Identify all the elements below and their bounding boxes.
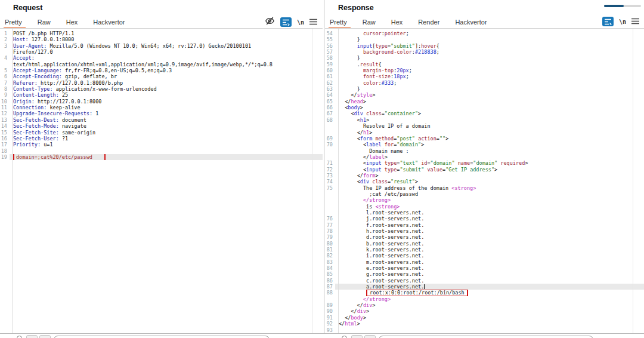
line-number: 90 bbox=[325, 308, 335, 314]
code-line: l.root-servers.net. bbox=[325, 210, 644, 216]
code-line: 57 background-color:#218838; bbox=[325, 49, 644, 55]
line-number: 17 bbox=[0, 142, 10, 148]
request-scrollbar-track[interactable] bbox=[312, 29, 312, 333]
line-number bbox=[325, 296, 335, 302]
code-line: 64 </style> bbox=[325, 92, 644, 98]
eye-off-icon[interactable] bbox=[265, 16, 275, 28]
line-number: 2 bbox=[0, 36, 10, 42]
response-tab-raw[interactable]: Raw bbox=[363, 17, 376, 27]
code-line: 5Accept-Language: fr,fr-FR;q=0.8,en-US;q… bbox=[0, 67, 323, 73]
line-number: 13 bbox=[0, 117, 10, 123]
search-prev-button[interactable] bbox=[351, 335, 363, 338]
request-tab-pretty[interactable]: Pretty bbox=[5, 17, 22, 27]
newline-icon[interactable]: \n bbox=[619, 19, 626, 25]
code-line: 1POST /b.php HTTP/1.1 bbox=[0, 30, 323, 36]
response-editor[interactable]: 54 cursor:pointer;55 }56 input[type="sub… bbox=[325, 30, 644, 333]
search-icon[interactable] bbox=[342, 336, 347, 338]
search-prev-button[interactable] bbox=[26, 335, 38, 338]
response-search-input[interactable] bbox=[379, 336, 593, 338]
response-tab-hex[interactable]: Hex bbox=[391, 17, 403, 27]
code-line: 89 </div> bbox=[325, 302, 644, 308]
response-tab-render[interactable]: Render bbox=[418, 17, 439, 27]
code-line: 72 <input type="submit" value="Get IP ad… bbox=[325, 167, 644, 173]
request-tab-raw[interactable]: Raw bbox=[38, 17, 51, 27]
code-line: text/html,application/xhtml+xml,applicat… bbox=[0, 62, 323, 67]
search-next-button[interactable] bbox=[364, 335, 376, 338]
line-number: 10 bbox=[0, 99, 10, 105]
newline-icon[interactable]: \n bbox=[297, 19, 304, 26]
search-next-button[interactable] bbox=[39, 335, 51, 338]
line-number: 3 bbox=[0, 43, 10, 49]
pretty-print-icon[interactable] bbox=[602, 17, 614, 26]
line-number: 80 bbox=[325, 241, 335, 247]
code-line: 16Sec-Fetch-User: ?1 bbox=[0, 136, 323, 142]
line-number: 69 bbox=[325, 136, 335, 142]
pretty-print-icon[interactable] bbox=[280, 17, 292, 27]
line-number bbox=[325, 204, 335, 210]
line-number: 93 bbox=[325, 327, 335, 333]
response-tab-pretty[interactable]: Pretty bbox=[330, 17, 347, 27]
line-number: 58 bbox=[325, 55, 335, 61]
response-tabbar-divider bbox=[325, 28, 644, 29]
code-line: 93 bbox=[325, 327, 644, 333]
code-line: 13Sec-Fetch-Dest: document bbox=[0, 117, 323, 123]
code-line: 62 color:#333; bbox=[325, 80, 644, 86]
line-number: 15 bbox=[0, 130, 10, 136]
code-line: 82 i.root-servers.net. bbox=[325, 253, 644, 259]
response-tab-hackvertor[interactable]: Hackvertor bbox=[455, 17, 487, 27]
line-number: 54 bbox=[325, 30, 335, 36]
code-line: 85 g.root-servers.net. bbox=[325, 271, 644, 277]
line-number: 16 bbox=[0, 136, 10, 142]
code-line: 54 cursor:pointer; bbox=[325, 30, 644, 36]
line-number: 64 bbox=[325, 92, 335, 98]
code-line: 67 <div class="container"> bbox=[325, 110, 644, 116]
request-tabbar-divider bbox=[0, 28, 323, 29]
line-number: 82 bbox=[325, 253, 335, 259]
request-toolbar-icons: \n bbox=[265, 16, 317, 28]
code-line: 4Accept: bbox=[0, 55, 323, 61]
code-line: 19domain=;cat%20/etc/passwd bbox=[0, 154, 323, 160]
line-number: 57 bbox=[325, 49, 335, 55]
line-number: 92 bbox=[325, 321, 335, 327]
search-icon[interactable] bbox=[17, 336, 22, 338]
code-line: 58 } bbox=[325, 55, 644, 61]
line-number: 6 bbox=[0, 73, 10, 79]
code-line: 81 k.root-servers.net. bbox=[325, 247, 644, 253]
request-tab-hex[interactable]: Hex bbox=[66, 17, 78, 27]
code-line: 83 m.root-servers.net. bbox=[325, 259, 644, 265]
request-editor[interactable]: 1POST /b.php HTTP/1.12Host: 127.0.0.1:80… bbox=[0, 30, 323, 160]
response-scrollbar-track[interactable] bbox=[633, 29, 633, 333]
line-number: 88 bbox=[325, 290, 335, 296]
code-line: 74 <div class="result"> bbox=[325, 179, 644, 185]
menu-icon[interactable] bbox=[309, 17, 317, 27]
line-number: 71 bbox=[325, 160, 335, 166]
menu-icon[interactable] bbox=[631, 16, 639, 27]
horizontal-scrollbar[interactable] bbox=[604, 5, 641, 7]
code-line: </label> bbox=[325, 154, 644, 160]
code-line: is <strong> bbox=[325, 204, 644, 210]
code-line: 55 } bbox=[325, 36, 644, 42]
code-line: 69 <form method="post" action=""> bbox=[325, 136, 644, 142]
code-line: </strong> bbox=[325, 197, 644, 203]
line-number: 67 bbox=[325, 110, 335, 116]
scrollbar-thumb[interactable] bbox=[604, 5, 624, 7]
line-number: 81 bbox=[325, 247, 335, 253]
code-line: 12Upgrade-Insecure-Requests: 1 bbox=[0, 110, 323, 116]
request-gutter-line bbox=[12, 29, 13, 333]
request-tab-hackvertor[interactable]: Hackvertor bbox=[93, 17, 125, 27]
code-line: 73 </form> bbox=[325, 173, 644, 179]
line-number: 86 bbox=[325, 278, 335, 284]
code-line: 61 font-size:18px; bbox=[325, 73, 644, 79]
line-number bbox=[325, 123, 335, 129]
request-search-input[interactable] bbox=[54, 336, 270, 338]
response-gutter-line bbox=[338, 29, 339, 333]
panel-splitter[interactable] bbox=[324, 0, 324, 333]
code-line: 92</html> bbox=[325, 321, 644, 327]
line-number bbox=[325, 148, 335, 154]
code-line: </strong> bbox=[325, 296, 644, 302]
line-number: 11 bbox=[0, 105, 10, 110]
line-number: 5 bbox=[0, 67, 10, 73]
code-line: </h1> bbox=[325, 130, 644, 136]
code-line: 78 h.root-servers.net. bbox=[325, 228, 644, 234]
code-line: 86 c.root-servers.net. bbox=[325, 278, 644, 284]
